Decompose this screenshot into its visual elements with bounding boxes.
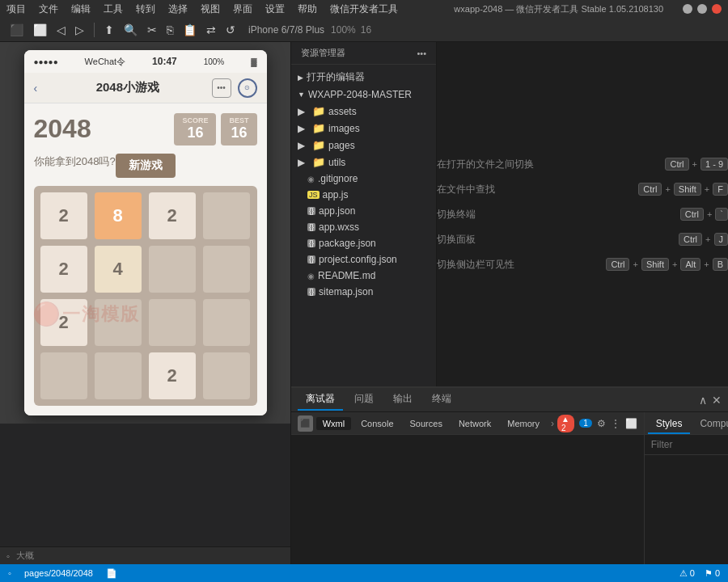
key-ctrl-0: Ctrl [665,158,688,171]
file-label-appwxss: app.wxss [319,221,359,233]
more-icon[interactable]: ••• [212,78,231,98]
phone-frame-wrapper: ●●●●● WeChat令 10:47 100% ▓ ‹ 2048小游戏 •••… [0,42,290,424]
menu-item-file[interactable]: 文件 [39,2,58,16]
bottom-panel: 离试器 问题 输出 终端 ∧ ✕ ⬛ Wxml Console Sources [291,386,728,564]
game-cell-1-2 [149,246,196,293]
open-editors-section[interactable]: ▶ 打开的编辑器 [291,68,436,86]
toolbar-icon-1[interactable]: ⬛ [6,22,27,38]
menu-item-settings[interactable]: 设置 [265,2,285,16]
status-errors: ⚠ 0 [679,568,695,579]
panel-expand-icon[interactable]: ⬜ [625,418,637,429]
minimize-button[interactable] [683,4,692,14]
shortcut-keys-1: Ctrl + Shift + F [638,183,728,196]
debug-tab-sources[interactable]: Sources [404,417,449,430]
shortcut-toggle-panel: 切换面板 Ctrl + J [437,233,728,247]
file-appjs[interactable]: JS app.js [291,187,436,203]
toolbar-paste[interactable]: 📋 [180,22,200,38]
warn-badge: 1 [579,419,592,428]
sidebar-editor: 资源管理器 ••• ▶ 打开的编辑器 ▼ WXAPP-2048-MASTER ▶… [291,42,728,386]
folder-label-utils: utils [328,157,345,168]
status-warnings: ⚑ 0 [705,568,720,579]
menu-item-project[interactable]: 项目 [6,2,26,16]
shortcut-toggle-sidebar: 切换侧边栏可见性 Ctrl + Shift + Alt + B [437,258,728,272]
file-projectconfig[interactable]: {} project.config.json [291,251,436,268]
menu-item-select[interactable]: 选择 [168,2,188,16]
bottom-panel-inner: ⬛ Wxml Console Sources Network Memory › … [291,412,728,564]
phone-nav-bar: ‹ 2048小游戏 ••• ⊙ [24,73,267,103]
panel-tab-terminal[interactable]: 终端 [424,389,459,411]
debug-tab-memory[interactable]: Memory [501,417,546,430]
panel-tab-output[interactable]: 输出 [385,389,421,411]
status-path-label[interactable]: pages/2048/2048 [24,568,93,578]
file-icon-appjs: JS [307,191,320,199]
inspector-tab-computed[interactable]: Computed [692,415,728,434]
file-gitignore[interactable]: ◉ .gitignore [291,171,436,187]
debug-tab-network[interactable]: Network [452,417,497,430]
shortcuts-list: 在打开的文件之间切换 Ctrl + 1 - 9 在文件中查找 Ctrl [437,158,728,272]
debug-tab-console[interactable]: Console [354,417,400,430]
folder-assets[interactable]: ▶ 📁 assets [291,103,436,120]
toolbar-extra[interactable]: ⇄ [203,22,219,38]
root-folder[interactable]: ▼ WXAPP-2048-MASTER [291,86,436,103]
toolbar-upload[interactable]: ⬆ [101,22,117,38]
scale-label: 16 [361,24,371,36]
file-readme[interactable]: ◉ README.md [291,268,436,284]
more-options-icon[interactable]: ⋮ [611,418,620,429]
game-grid: 2822422 [40,192,251,399]
shortcut-keys-4: Ctrl + Shift + Alt + B [606,258,728,271]
game-cell-1-3 [203,246,250,293]
new-game-button[interactable]: 新游戏 [116,154,176,178]
file-label-packagejson: package.json [319,238,376,249]
debug-tab-wxml[interactable]: Wxml [316,417,352,430]
explorer-more-icon[interactable]: ••• [417,48,426,58]
menu-item-help[interactable]: 帮助 [298,2,317,16]
file-appwxss[interactable]: {} app.wxss [291,219,436,235]
explorer-panel: 资源管理器 ••• ▶ 打开的编辑器 ▼ WXAPP-2048-MASTER ▶… [291,42,437,386]
debug-icon[interactable]: ⬛ [298,415,313,432]
key-b-4: B [713,258,728,271]
folder-images[interactable]: ▶ 📁 images [291,120,436,137]
folder-icon-utils: ▶ [298,157,309,168]
panel-close-icon[interactable]: ✕ [712,394,722,407]
file-sitemapjson[interactable]: {} sitemap.json [291,284,436,300]
file-label-projectconfig: project.config.json [319,254,397,265]
device-label[interactable]: iPhone 6/7/8 Plus [248,24,324,36]
menu-item-goto[interactable]: 转到 [136,2,155,16]
menu-item-interface[interactable]: 界面 [233,2,252,16]
panel-tab-issues[interactable]: 问题 [346,389,382,411]
file-icon-readme: ◉ [307,272,315,280]
back-button[interactable]: ‹ [34,82,38,95]
menu-item-edit[interactable]: 编辑 [71,2,91,16]
toolbar-icon-3[interactable]: ◁ [53,22,69,38]
menu-item-tools[interactable]: 工具 [104,2,123,16]
key-plus-4b: + [672,259,677,269]
toolbar-copy[interactable]: ⎘ [163,22,176,38]
menu-item-wechat[interactable]: 微信开发者工具 [330,2,398,16]
toolbar-history[interactable]: ↺ [222,22,239,38]
panel-tab-debugger[interactable]: 离试器 [298,389,343,411]
file-appjson[interactable]: {} app.json [291,203,436,219]
root-arrow-icon: ▼ [298,91,305,99]
toolbar-cut[interactable]: ✂ [144,22,160,38]
menu-item-view[interactable]: 视图 [201,2,220,16]
close-button[interactable] [712,4,722,14]
folder-utils[interactable]: ▶ 📁 utils [291,154,436,171]
settings-icon[interactable]: ⚙ [597,418,606,429]
home-icon[interactable]: ⊙ [238,78,257,98]
file-tree: ▶ 打开的编辑器 ▼ WXAPP-2048-MASTER ▶ 📁 assets … [291,65,436,303]
filter-input[interactable] [651,439,728,450]
explorer-header: 资源管理器 ••• [291,42,436,65]
toolbar-search[interactable]: 🔍 [121,22,141,38]
folder-icon-assets-emoji: 📁 [312,105,325,117]
file-label-gitignore: .gitignore [318,173,358,184]
inspector-tab-styles[interactable]: Styles [648,415,691,434]
maximize-button[interactable] [697,4,707,14]
debug-more-btn[interactable]: › [551,418,554,429]
score-box: SCORE 16 [174,113,216,146]
key-f-1: F [713,183,728,196]
collapse-icon[interactable]: ∧ [699,394,707,407]
file-packagejson[interactable]: {} package.json [291,235,436,251]
toolbar-icon-4[interactable]: ▷ [72,22,87,38]
toolbar-icon-2[interactable]: ⬜ [30,22,50,38]
folder-pages[interactable]: ▶ 📁 pages [291,137,436,154]
